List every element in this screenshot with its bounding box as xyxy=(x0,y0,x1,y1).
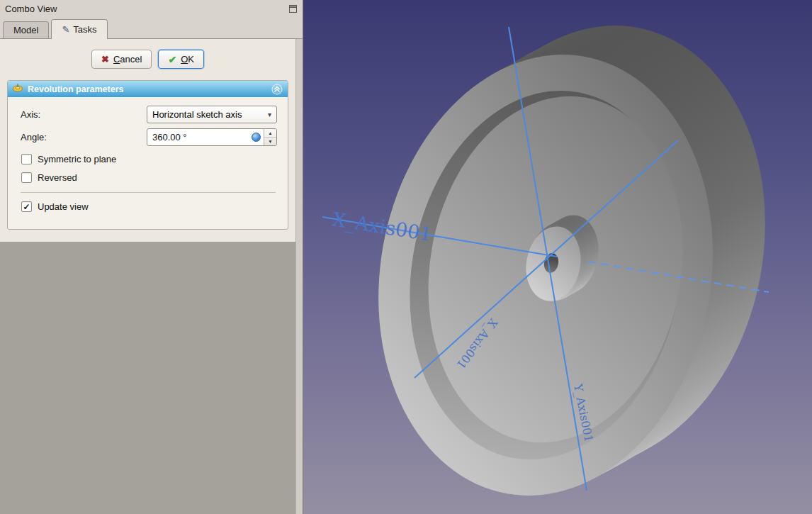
task-panel: ✖ Cancel ✔ OK xyxy=(0,39,303,514)
axis-value: Horizontal sketch axis xyxy=(152,109,242,120)
cancel-button-label: Cancel xyxy=(113,54,142,65)
symmetric-checkbox-label: Symmetric to plane xyxy=(38,154,116,164)
tab-bar: Model ✎ Tasks xyxy=(0,18,303,39)
angle-value: 360.00 ° xyxy=(147,132,252,143)
angle-row: Angle: 360.00 ° ▲ ▼ xyxy=(21,128,277,146)
freecad-window: Combo View Model ✎ Tasks ✖ xyxy=(0,0,812,514)
revolution-parameters-group: Revolution parameters Axis: xyxy=(7,80,288,230)
revolved-solid[interactable] xyxy=(344,0,799,514)
update-view-checkbox[interactable]: ✓ xyxy=(21,201,32,212)
expression-icon[interactable] xyxy=(252,133,261,142)
symmetric-checkbox[interactable] xyxy=(21,154,32,164)
spin-up-icon[interactable]: ▲ xyxy=(264,129,276,138)
revolution-parameters-header[interactable]: Revolution parameters xyxy=(8,81,288,97)
3d-viewport[interactable]: X_Axis001 X_Axis001 Y_Axis001 xyxy=(303,0,812,514)
ok-button[interactable]: ✔ OK xyxy=(158,50,204,69)
ok-button-label: OK xyxy=(181,54,194,65)
reversed-checkbox[interactable] xyxy=(21,172,32,183)
separator-line xyxy=(21,192,276,193)
angle-input[interactable]: 360.00 ° ▲ ▼ xyxy=(147,128,277,146)
panel-title: Combo View xyxy=(5,4,57,14)
angle-spin-buttons: ▲ ▼ xyxy=(264,129,276,145)
reversed-checkbox-label: Reversed xyxy=(38,172,77,183)
collapse-icon[interactable] xyxy=(271,84,283,95)
axis-label: Axis: xyxy=(21,109,40,120)
tab-tasks[interactable]: ✎ Tasks xyxy=(51,19,107,39)
checkmark-icon: ✓ xyxy=(23,202,30,212)
dropdown-arrow-icon: ▾ xyxy=(268,111,271,118)
tab-tasks-label: Tasks xyxy=(73,24,96,35)
float-panel-icon[interactable] xyxy=(288,5,297,13)
axis-row: Axis: Horizontal sketch axis ▾ xyxy=(21,106,277,123)
update-view-checkbox-row[interactable]: ✓ Update view xyxy=(21,201,277,212)
panel-titlebar[interactable]: Combo View xyxy=(0,0,303,18)
axis-select[interactable]: Horizontal sketch axis ▾ xyxy=(147,106,277,123)
tab-model[interactable]: Model xyxy=(3,21,49,38)
task-panel-scrollbar[interactable] xyxy=(295,39,303,514)
cancel-button[interactable]: ✖ Cancel xyxy=(91,50,152,69)
symmetric-checkbox-row[interactable]: Symmetric to plane xyxy=(21,154,277,164)
reversed-checkbox-row[interactable]: Reversed xyxy=(21,172,277,183)
tab-model-label: Model xyxy=(13,25,38,35)
task-dialog-buttons: ✖ Cancel ✔ OK xyxy=(0,50,295,69)
update-view-checkbox-label: Update view xyxy=(38,201,89,212)
task-panel-empty-area xyxy=(0,242,295,514)
combo-view-panel: Combo View Model ✎ Tasks ✖ xyxy=(0,0,303,514)
angle-label: Angle: xyxy=(21,132,47,143)
pen-icon: ✎ xyxy=(62,24,69,35)
cancel-icon: ✖ xyxy=(101,54,109,65)
ok-icon: ✔ xyxy=(168,54,176,65)
group-title: Revolution parameters xyxy=(28,84,267,94)
revolution-parameters-body: Axis: Horizontal sketch axis ▾ Angle: 36… xyxy=(8,97,288,229)
task-content: ✖ Cancel ✔ OK xyxy=(0,39,295,242)
spin-down-icon[interactable]: ▼ xyxy=(264,138,276,145)
revolution-icon xyxy=(12,83,23,96)
